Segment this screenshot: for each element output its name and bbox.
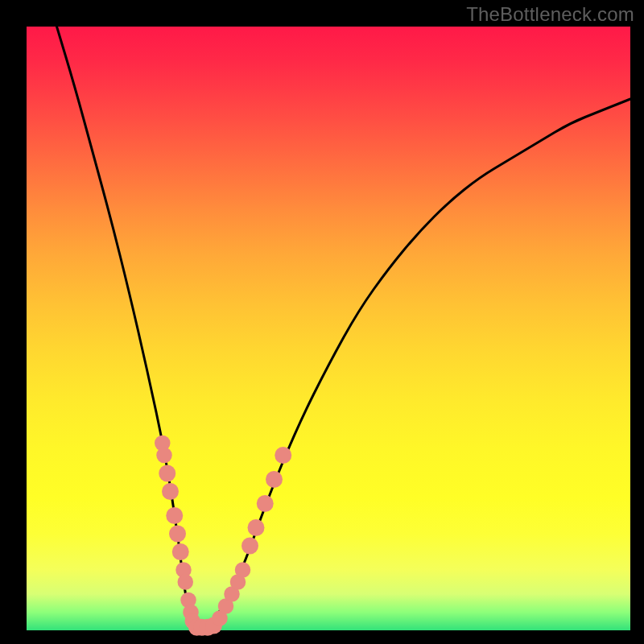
data-marker	[235, 562, 251, 578]
data-marker	[242, 538, 258, 555]
bottleneck-curve	[57, 27, 631, 630]
data-marker	[275, 447, 291, 464]
data-marker	[248, 519, 265, 536]
data-marker	[156, 448, 172, 464]
data-marker	[172, 543, 189, 560]
data-marker	[159, 465, 175, 482]
data-marker	[257, 495, 274, 512]
plot-area	[27, 27, 630, 630]
data-marker	[166, 507, 183, 524]
data-marker	[162, 483, 179, 500]
data-marker	[266, 471, 283, 488]
marker-group	[155, 436, 291, 636]
data-marker	[178, 574, 194, 590]
data-marker	[169, 526, 186, 543]
watermark-text: TheBottleneck.com	[466, 3, 634, 26]
chart-svg	[27, 27, 630, 630]
chart-frame: TheBottleneck.com	[0, 0, 644, 644]
